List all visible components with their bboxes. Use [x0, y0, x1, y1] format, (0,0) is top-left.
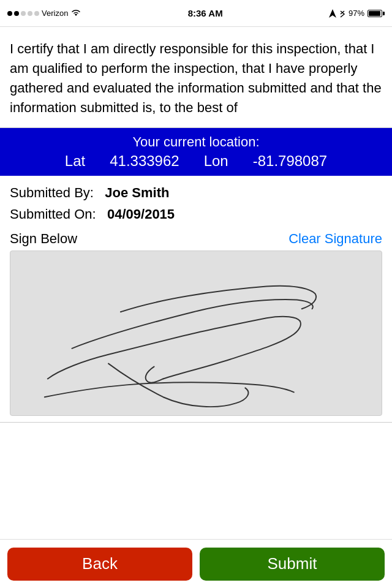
certification-text: I certify that I am directly responsible… — [0, 27, 392, 128]
status-bar: Verizon 8:36 AM 97% — [0, 0, 392, 27]
lat-label: Lat — [65, 153, 85, 170]
back-button[interactable]: Back — [7, 548, 192, 581]
status-right: 97% — [329, 9, 385, 18]
bottom-bar: Back Submit — [0, 539, 392, 588]
signal-dots — [7, 11, 39, 16]
bottom-divider — [0, 422, 392, 434]
location-bar: Your current location: Lat 41.333962 Lon… — [0, 128, 392, 176]
lon-label: Lon — [204, 153, 228, 170]
signature-svg — [10, 251, 382, 415]
submitted-by-value: Joe Smith — [105, 185, 169, 200]
sign-section: Sign Below Clear Signature — [0, 231, 392, 416]
submitted-by-row: Submitted By: Joe Smith — [10, 182, 382, 203]
sign-header: Sign Below Clear Signature — [10, 231, 382, 247]
battery-icon — [368, 10, 385, 17]
signal-dot-3 — [21, 11, 26, 16]
submit-button[interactable]: Submit — [200, 548, 385, 581]
location-title: Your current location: — [10, 134, 382, 150]
submitted-by-label: Submitted By: — [10, 185, 94, 200]
carrier-info: Verizon — [7, 9, 81, 18]
submitted-on-value: 04/09/2015 — [107, 206, 175, 222]
signature-canvas[interactable] — [10, 251, 382, 416]
lon-value: -81.798087 — [253, 153, 327, 170]
signal-dot-2 — [14, 11, 19, 16]
wifi-icon — [70, 9, 81, 18]
svg-marker-0 — [329, 9, 336, 18]
status-time: 8:36 AM — [188, 8, 223, 18]
submission-info: Submitted By: Joe Smith Submitted On: 04… — [0, 176, 392, 231]
main-content: I certify that I am directly responsible… — [0, 27, 392, 539]
bluetooth-icon — [339, 9, 345, 18]
signal-dot-1 — [7, 11, 12, 16]
sign-label: Sign Below — [10, 231, 77, 247]
submitted-on-row: Submitted On: 04/09/2015 — [10, 203, 382, 225]
carrier-name: Verizon — [42, 9, 68, 18]
clear-signature-button[interactable]: Clear Signature — [288, 231, 382, 247]
battery-percent: 97% — [349, 9, 364, 18]
lat-value: 41.333962 — [110, 153, 179, 170]
signal-dot-4 — [28, 11, 32, 16]
location-icon — [329, 9, 336, 18]
location-coords: Lat 41.333962 Lon -81.798087 — [10, 153, 382, 170]
signal-dot-5 — [34, 11, 39, 16]
submitted-on-label: Submitted On: — [10, 206, 96, 222]
